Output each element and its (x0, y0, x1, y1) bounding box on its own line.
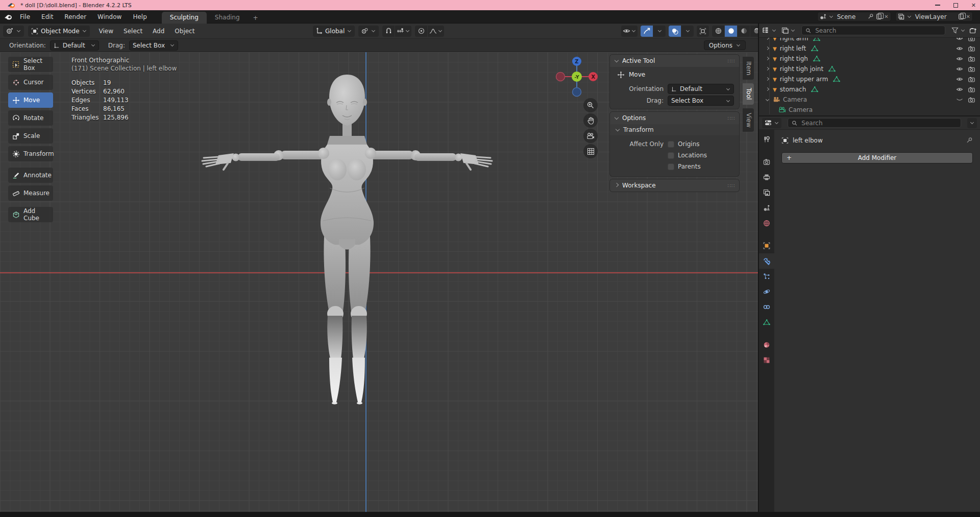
zoom-button[interactable] (583, 98, 598, 112)
outliner-row-camera[interactable]: Camera (759, 95, 980, 105)
object-name[interactable]: right tigh (780, 55, 808, 62)
outliner-editor-icon[interactable] (762, 27, 770, 34)
hide-eye-icon[interactable] (956, 87, 963, 92)
remove-viewlayer-icon[interactable]: ✕ (966, 14, 970, 19)
tab-particles[interactable] (759, 269, 774, 284)
snap-settings[interactable] (395, 26, 411, 37)
viewlayer-selector[interactable]: ViewLayer ✕ (895, 12, 973, 21)
menu-file[interactable]: File (14, 13, 36, 20)
tool-add-cube[interactable]: Add Cube (8, 207, 53, 222)
disable-in-render-icon[interactable] (968, 77, 975, 82)
scene-name[interactable]: Scene (836, 13, 865, 20)
object-name[interactable]: Camera (783, 96, 807, 103)
tab-world[interactable] (759, 216, 774, 231)
workspace-tab-shading[interactable]: Shading (207, 12, 248, 24)
expand-chevron-icon[interactable] (766, 38, 769, 40)
tab-physics[interactable] (759, 284, 774, 299)
hide-eye-icon[interactable] (956, 56, 963, 61)
tool-measure[interactable]: Measure (8, 185, 53, 201)
closed-eye-icon[interactable] (956, 97, 963, 102)
outliner-row[interactable]: ▼ right arm (759, 38, 980, 43)
disable-in-render-icon[interactable] (968, 46, 975, 52)
new-collection-icon[interactable] (969, 27, 977, 34)
hide-eye-icon[interactable] (956, 46, 963, 51)
tab-modifiers[interactable] (759, 253, 774, 269)
pin-icon[interactable] (867, 13, 874, 20)
add-modifier-button[interactable]: + Add Modifier (781, 152, 973, 163)
workspace-tab-sculpting[interactable]: Sculpting (162, 12, 207, 24)
breadcrumb-object-name[interactable]: left elbow (793, 137, 823, 144)
tool-annotate[interactable]: Annotate (8, 168, 53, 183)
outliner-row-camera-data[interactable]: Camera (759, 105, 980, 114)
object-data-name[interactable]: Camera (789, 106, 813, 113)
locations-checkbox[interactable] (668, 152, 674, 159)
camera-view-button[interactable] (583, 129, 598, 143)
object-name[interactable]: stomach (780, 86, 806, 93)
transform-subpanel-header[interactable]: Transform (610, 124, 739, 135)
tab-scene[interactable] (759, 200, 774, 216)
tool-orientation-dropdown[interactable]: Default (50, 40, 99, 51)
np-orientation-dropdown[interactable]: Default (668, 84, 734, 94)
disable-in-render-icon[interactable] (968, 56, 975, 62)
tab-object-data[interactable] (759, 315, 774, 330)
properties-search-input[interactable] (800, 119, 957, 127)
new-scene-icon[interactable] (876, 14, 881, 19)
navigation-gizmo[interactable]: Z -Y X (555, 55, 598, 98)
menu-render[interactable]: Render (59, 13, 92, 20)
minimize-button[interactable] (935, 5, 940, 6)
snap-toggle[interactable] (382, 26, 395, 37)
tab-object[interactable] (759, 238, 774, 253)
tab-view[interactable]: View (743, 108, 754, 132)
object-name[interactable]: right tigh joint (780, 65, 823, 73)
overlays-toggle[interactable] (669, 26, 681, 37)
gizmo-neg-x-axis[interactable] (556, 73, 565, 81)
disable-in-render-icon[interactable] (968, 97, 975, 103)
tool-transform[interactable]: Transform (8, 146, 53, 161)
np-drag-dropdown[interactable]: Select Box (668, 96, 734, 106)
maximize-button[interactable] (953, 3, 958, 8)
shading-material-button[interactable] (738, 26, 750, 37)
panel-grip-icon[interactable]: ∷∷ (727, 58, 735, 64)
tab-tool[interactable]: Tool (743, 83, 754, 104)
menu-window[interactable]: Window (92, 13, 127, 20)
shading-wireframe-button[interactable] (712, 26, 724, 37)
outliner-display-mode-icon[interactable] (781, 27, 789, 34)
blender-menu-icon[interactable] (4, 13, 12, 21)
parents-checkbox[interactable] (668, 163, 674, 170)
workspace-header[interactable]: Workspace ∷∷ (610, 179, 739, 192)
options-button[interactable]: Options (704, 40, 746, 50)
hide-eye-icon[interactable] (956, 38, 963, 41)
tab-material[interactable] (759, 337, 774, 353)
tab-output[interactable] (759, 170, 774, 185)
disable-in-render-icon[interactable] (968, 87, 975, 92)
pivot-point-selector[interactable] (358, 26, 379, 37)
expand-chevron-icon[interactable] (766, 56, 769, 60)
expand-chevron-icon[interactable] (766, 46, 769, 50)
expand-chevron-icon[interactable] (766, 87, 769, 90)
options-header[interactable]: Options ∷∷ (610, 112, 739, 124)
outliner-row[interactable]: ▼ right tigh joint (759, 64, 980, 74)
gizmos-dropdown[interactable] (653, 26, 666, 37)
hide-eye-icon[interactable] (956, 77, 963, 82)
pin-icon[interactable] (966, 137, 973, 144)
object-name[interactable]: right upper arm (780, 76, 828, 83)
panel-grip-icon[interactable]: ∷∷ (727, 183, 735, 189)
outliner-search-input[interactable] (814, 27, 941, 35)
new-viewlayer-icon[interactable] (959, 14, 964, 19)
outliner-search[interactable] (801, 26, 945, 35)
gizmos-toggle[interactable] (641, 26, 653, 37)
origins-checkbox[interactable] (668, 141, 674, 148)
transform-orientation-selector[interactable]: Global (313, 26, 355, 37)
expand-chevron-icon[interactable] (766, 77, 769, 80)
hide-eye-icon[interactable] (956, 66, 963, 72)
mode-selector[interactable]: Object Mode (28, 26, 90, 37)
xray-toggle[interactable] (697, 26, 709, 37)
visibility-dropdown[interactable] (621, 26, 638, 37)
proportional-falloff[interactable] (428, 26, 444, 37)
proportional-edit-toggle[interactable] (415, 26, 427, 37)
panel-grip-icon[interactable]: ∷∷ (727, 115, 735, 121)
tab-view-layer[interactable] (759, 185, 774, 200)
object-name[interactable]: right arm (780, 38, 808, 42)
close-button[interactable]: ✕ (971, 3, 976, 8)
toggle-view-grid-button[interactable] (583, 144, 598, 158)
